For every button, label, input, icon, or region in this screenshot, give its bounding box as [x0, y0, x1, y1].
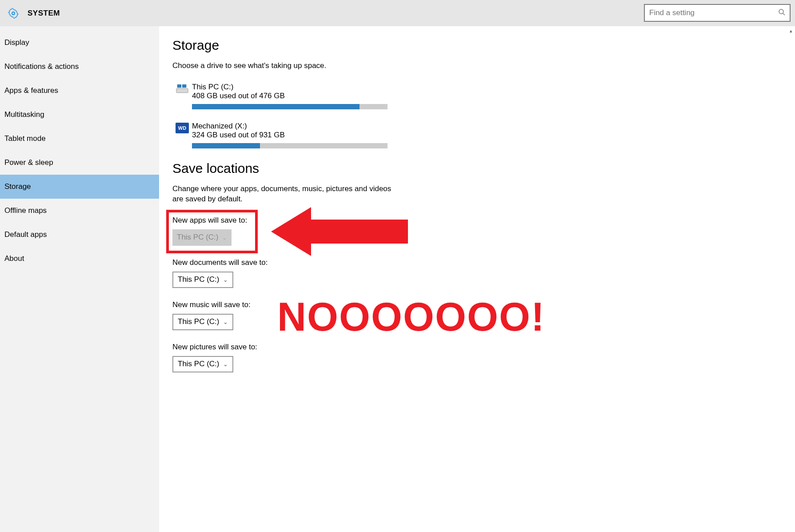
- dropdown-value: This PC (C:): [178, 317, 220, 326]
- svg-rect-3: [176, 88, 188, 92]
- save-locations-title: Save locations: [172, 161, 782, 176]
- chevron-down-icon: ⌄: [223, 361, 228, 368]
- search-input-container[interactable]: [644, 4, 791, 22]
- storage-description: Choose a drive to see what's taking up s…: [172, 61, 403, 71]
- sidebar-item-power-sleep[interactable]: Power & sleep: [0, 151, 159, 175]
- dropdown-value: This PC (C:): [178, 275, 220, 284]
- drive-row[interactable]: This PC (C:) 408 GB used out of 476 GB: [172, 83, 782, 109]
- save-location-dropdown[interactable]: This PC (C:)⌄: [172, 356, 233, 372]
- sidebar-item-about[interactable]: About: [0, 247, 159, 271]
- save-location-row: New apps will save to:This PC (C:)⌄: [172, 216, 782, 255]
- save-location-dropdown: This PC (C:)⌄: [172, 229, 232, 246]
- search-icon: [778, 8, 785, 17]
- gear-icon: [8, 8, 19, 19]
- svg-line-2: [783, 13, 785, 15]
- drive-row[interactable]: WD Mechanized (X:) 324 GB used out of 93…: [172, 122, 782, 148]
- save-location-row: New music will save to:This PC (C:)⌄: [172, 300, 782, 339]
- search-input[interactable]: [649, 8, 778, 17]
- drive-icon: [172, 83, 192, 109]
- drive-usage: 408 GB used out of 476 GB: [192, 92, 782, 100]
- chevron-down-icon: ⌄: [223, 319, 228, 325]
- drive-name: This PC (C:): [192, 83, 782, 92]
- drive-name: Mechanized (X:): [192, 122, 782, 131]
- save-location-dropdown[interactable]: This PC (C:)⌄: [172, 314, 233, 330]
- svg-rect-4: [177, 84, 181, 88]
- dropdown-value: This PC (C:): [177, 233, 219, 242]
- sidebar-item-storage[interactable]: Storage: [0, 175, 159, 199]
- svg-point-0: [12, 12, 15, 15]
- drive-bar: [192, 143, 388, 148]
- sidebar-item-default-apps[interactable]: Default apps: [0, 223, 159, 247]
- chevron-down-icon: ⌄: [223, 276, 228, 283]
- chevron-down-icon: ⌄: [222, 234, 227, 241]
- save-location-label: New pictures will save to:: [172, 343, 782, 352]
- save-location-dropdown[interactable]: This PC (C:)⌄: [172, 272, 233, 288]
- sidebar-item-offline-maps[interactable]: Offline maps: [0, 199, 159, 223]
- sidebar-item-apps-features[interactable]: Apps & features: [0, 79, 159, 103]
- sidebar-item-display[interactable]: Display: [0, 31, 159, 55]
- save-location-label: New apps will save to:: [172, 216, 782, 225]
- sidebar-item-tablet-mode[interactable]: Tablet mode: [0, 127, 159, 151]
- save-location-row: New documents will save to:This PC (C:)⌄: [172, 258, 782, 297]
- drive-usage: 324 GB used out of 931 GB: [192, 131, 782, 140]
- storage-title: Storage: [172, 38, 782, 53]
- sidebar-item-multitasking[interactable]: Multitasking: [0, 103, 159, 127]
- save-location-label: New music will save to:: [172, 300, 782, 309]
- svg-rect-5: [182, 84, 186, 88]
- header-bar: SYSTEM: [0, 0, 795, 26]
- header-title: SYSTEM: [28, 9, 60, 18]
- drive-icon: WD: [172, 122, 192, 148]
- dropdown-value: This PC (C:): [178, 360, 220, 368]
- main-content: Storage Choose a drive to see what's tak…: [159, 26, 795, 532]
- save-location-row: New pictures will save to:This PC (C:)⌄: [172, 343, 782, 381]
- save-location-label: New documents will save to:: [172, 258, 782, 267]
- sidebar: DisplayNotifications & actionsApps & fea…: [0, 26, 159, 532]
- save-locations-description: Change where your apps, documents, music…: [172, 184, 403, 204]
- svg-point-1: [779, 9, 783, 14]
- sidebar-item-notifications-actions[interactable]: Notifications & actions: [0, 55, 159, 79]
- drive-bar: [192, 104, 388, 109]
